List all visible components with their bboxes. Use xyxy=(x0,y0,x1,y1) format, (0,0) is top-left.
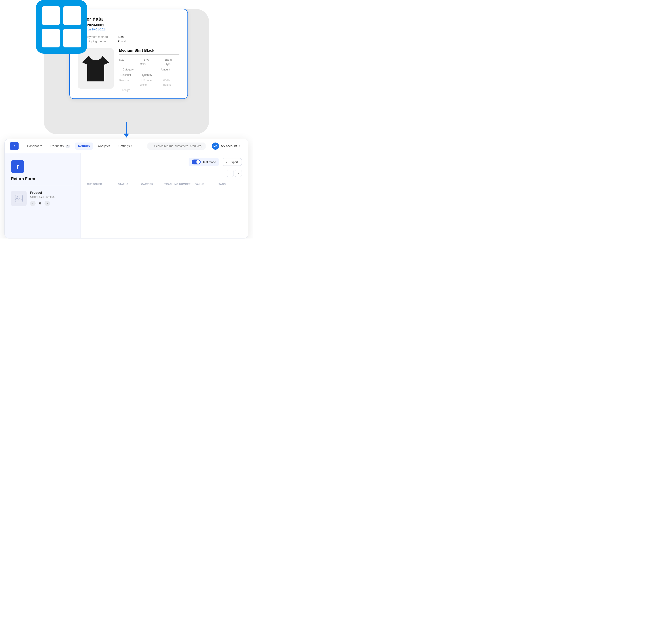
nav-requests[interactable]: Requests 0 xyxy=(47,143,73,150)
order-card-title: Order data xyxy=(78,16,179,22)
form-divider xyxy=(11,185,74,185)
stepper-value: 0 xyxy=(38,201,42,205)
svg-rect-0 xyxy=(15,195,22,202)
prev-page-button[interactable]: ‹ xyxy=(226,170,234,177)
attr-category: Category xyxy=(119,68,138,72)
nav-analytics[interactable]: Analytics xyxy=(95,143,114,150)
nav-search-container: ⌕ xyxy=(147,143,206,150)
product-name: Medium Shirt Black xyxy=(119,48,179,53)
form-product-section: Product Color | Size | Amount ‹ 0 › xyxy=(11,191,74,206)
avatar: MA xyxy=(212,143,219,150)
illustration-area: Order data ORD-2024-0001 Placed on 19-01… xyxy=(0,0,253,139)
col-customer: CUSTOMER xyxy=(87,183,118,186)
app-container: r Dashboard Requests 0 Returns Analytics… xyxy=(4,139,248,239)
product-attributes: Size SKU Brand Color Style Category Amou… xyxy=(119,58,179,92)
product-info: Medium Shirt Black Size SKU Brand Color … xyxy=(119,48,179,92)
grid-square-3 xyxy=(42,29,60,47)
attr-size: Size xyxy=(119,58,138,61)
stepper-increase-button[interactable]: › xyxy=(45,201,50,206)
product-image xyxy=(78,48,114,89)
toolbar-row: Test mode ⤓ Export xyxy=(87,158,242,166)
grid-square-1 xyxy=(42,6,60,25)
main-content: r Return Form Product Color | Size | Amo… xyxy=(5,153,248,238)
attr-height: Height xyxy=(161,83,179,87)
attr-hscode: HS code xyxy=(140,79,159,82)
svg-point-1 xyxy=(17,196,18,198)
export-label: Export xyxy=(230,161,238,164)
nav-settings[interactable]: Settings ▾ xyxy=(115,143,135,150)
account-label: My account xyxy=(221,144,237,148)
col-tracking: TRACKING NUMBER xyxy=(164,183,195,186)
down-arrow xyxy=(124,122,129,138)
image-placeholder-icon xyxy=(15,194,23,203)
left-panel: r Return Form Product Color | Size | Amo… xyxy=(5,153,81,238)
right-panel: Test mode ⤓ Export ‹ › xyxy=(81,153,248,238)
shipping-value: PostNL xyxy=(118,40,127,43)
prev-icon: ‹ xyxy=(230,172,231,175)
nav-dashboard[interactable]: Dashboard xyxy=(24,143,46,150)
nav-returns[interactable]: Returns xyxy=(75,143,93,150)
attr-style: Style xyxy=(161,63,179,67)
form-product-attrs: Color | Size | Amount xyxy=(30,195,55,198)
col-carrier: CARRIER xyxy=(141,183,164,186)
attr-width: Width xyxy=(161,79,179,82)
return-form-title: Return Form xyxy=(11,176,74,181)
arrow-head xyxy=(124,134,129,138)
attr-barcode: Barcode xyxy=(119,79,138,82)
attr-sku: SKU xyxy=(140,58,159,61)
attr-brand: Brand xyxy=(161,58,179,61)
test-mode-toggle[interactable]: Test mode xyxy=(189,158,219,166)
attr-discount: Discount xyxy=(119,73,138,77)
form-product-info: Product Color | Size | Amount ‹ 0 › xyxy=(30,191,55,206)
account-chevron-icon: ▾ xyxy=(239,145,240,147)
return-form-logo: r xyxy=(11,160,24,173)
product-section: Medium Shirt Black Size SKU Brand Color … xyxy=(78,48,179,92)
product-divider xyxy=(119,54,179,55)
search-input[interactable] xyxy=(154,144,202,148)
arrow-line xyxy=(126,122,127,134)
nav-logo: r xyxy=(10,142,19,150)
toggle-knob xyxy=(196,160,200,164)
grid-square-4 xyxy=(63,29,81,47)
tshirt-svg xyxy=(82,52,109,85)
attr-weight: Weight xyxy=(140,83,159,87)
grid-square-2 xyxy=(63,6,81,25)
settings-chevron-icon: ▾ xyxy=(130,145,132,147)
form-product-image xyxy=(11,191,27,206)
form-product-stepper: ‹ 0 › xyxy=(30,201,55,206)
order-date: Placed on 19-01-2024 xyxy=(78,28,179,31)
order-payment-row: Order payment method iDeal xyxy=(78,35,179,39)
test-mode-label: Test mode xyxy=(202,161,216,164)
search-icon: ⌕ xyxy=(150,144,152,148)
col-tags: TAGS xyxy=(219,183,242,186)
order-shipping-row: Order shipping method PostNL xyxy=(78,40,179,43)
attr-length: Length xyxy=(119,89,138,92)
attr-amount: Amount xyxy=(161,68,179,72)
attr-quantity: Quantity xyxy=(140,73,159,77)
payment-value: iDeal xyxy=(118,35,124,39)
next-icon: › xyxy=(238,172,239,175)
pagination: ‹ › xyxy=(226,170,242,177)
navbar: r Dashboard Requests 0 Returns Analytics… xyxy=(5,139,248,153)
blue-grid-icon xyxy=(36,0,87,54)
toggle-switch[interactable] xyxy=(192,160,201,165)
export-icon: ⤓ xyxy=(225,160,228,164)
next-page-button[interactable]: › xyxy=(235,170,242,177)
stepper-decrease-button[interactable]: ‹ xyxy=(30,201,35,206)
requests-badge: 0 xyxy=(66,145,70,148)
nav-account[interactable]: MA My account ▾ xyxy=(209,141,243,151)
attr-color: Color xyxy=(140,63,159,67)
export-button[interactable]: ⤓ Export xyxy=(222,158,242,166)
table-header: CUSTOMER STATUS CARRIER TRACKING NUMBER … xyxy=(87,180,242,188)
table-body xyxy=(87,188,242,190)
form-product-label: Product xyxy=(30,191,55,194)
order-id: ORD-2024-0001 xyxy=(78,23,179,27)
col-value: VALUE xyxy=(195,183,219,186)
col-status: STATUS xyxy=(118,183,141,186)
